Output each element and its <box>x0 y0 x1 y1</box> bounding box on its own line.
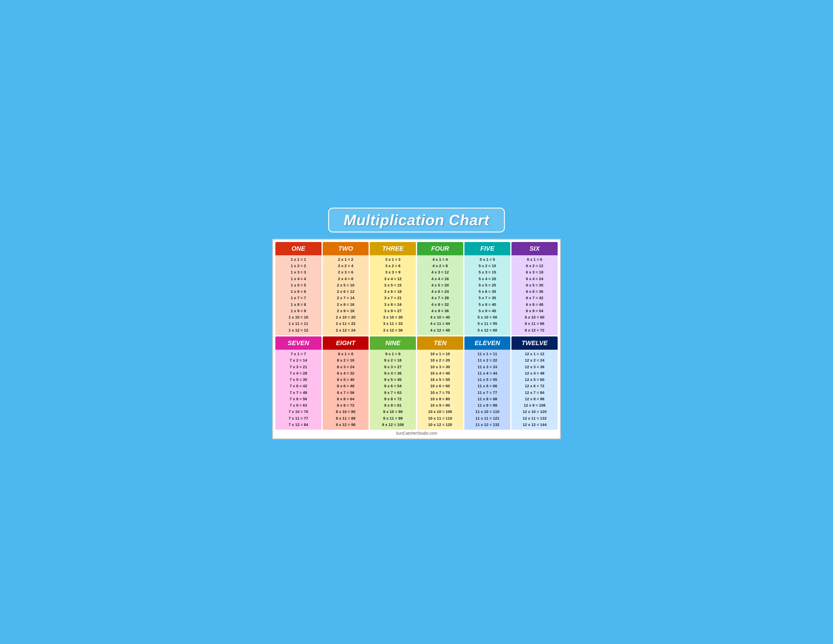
row-one-4: 1 x 4 = 4 <box>277 276 320 282</box>
page-wrapper: Multiplication Chart ONE1 x 1 = 11 x 2 =… <box>272 205 561 439</box>
row-ten-9: 10 x 9 = 90 <box>419 402 462 409</box>
row-six-11: 6 x 11 = 66 <box>513 320 556 327</box>
column-one: ONE1 x 1 = 11 x 2 = 21 x 3 = 31 x 4 = 41… <box>275 242 322 335</box>
body-four: 4 x 1 = 44 x 2 = 84 x 3 = 124 x 4 = 164 … <box>417 255 463 335</box>
row-eight-10: 8 x 10 = 80 <box>325 409 367 415</box>
row-one-9: 1 x 9 = 9 <box>277 308 320 314</box>
row-four-12: 4 x 12 = 48 <box>419 327 462 333</box>
row-eleven-2: 11 x 2 = 22 <box>466 357 509 364</box>
body-seven: 7 x 1 = 77 x 2 = 147 x 3 = 217 x 4 = 287… <box>275 350 322 430</box>
row-ten-3: 10 x 3 = 30 <box>419 364 462 370</box>
row-ten-1: 10 x 1 = 10 <box>419 351 462 357</box>
row-eight-4: 8 x 4 = 32 <box>325 370 367 377</box>
row-seven-10: 7 x 10 = 70 <box>277 409 320 415</box>
column-two: TWO2 x 1 = 22 x 2 = 42 x 3 = 62 x 4 = 82… <box>323 242 369 335</box>
column-eight: EIGHT8 x 1 = 88 x 2 = 168 x 3 = 248 x 4 … <box>323 336 369 430</box>
body-twelve: 12 x 1 = 1212 x 2 = 2412 x 3 = 3612 x 4 … <box>511 350 558 430</box>
header-twelve: TWELVE <box>511 336 558 350</box>
header-ten: TEN <box>417 336 463 350</box>
row-eleven-3: 11 x 3 = 33 <box>466 364 509 370</box>
row-nine-10: 9 x 10 = 90 <box>371 409 414 415</box>
row-five-1: 5 x 1 = 5 <box>466 256 509 263</box>
row-eight-8: 8 x 8 = 64 <box>325 396 367 402</box>
column-three: THREE3 x 1 = 33 x 2 = 63 x 3 = 93 x 4 = … <box>370 242 416 335</box>
row-twelve-12: 12 x 12 = 144 <box>513 422 556 428</box>
row-nine-1: 9 x 1 = 9 <box>371 351 414 357</box>
row-seven-1: 7 x 1 = 7 <box>277 351 320 357</box>
row-five-8: 5 x 8 = 40 <box>466 301 509 308</box>
header-eleven: ELEVEN <box>465 336 511 350</box>
row-eleven-4: 11 x 4 = 44 <box>466 370 509 377</box>
row-eleven-6: 11 x 6 = 66 <box>466 383 509 389</box>
body-three: 3 x 1 = 33 x 2 = 63 x 3 = 93 x 4 = 123 x… <box>370 255 416 335</box>
row-nine-3: 9 x 3 = 27 <box>371 364 414 370</box>
row-three-8: 3 x 8 = 24 <box>371 301 414 308</box>
row-nine-5: 9 x 5 = 45 <box>371 377 414 383</box>
page-title: Multiplication Chart <box>344 212 489 229</box>
row-eight-12: 8 x 12 = 96 <box>325 422 367 428</box>
row-eight-5: 8 x 5 = 40 <box>325 377 367 383</box>
row-five-3: 5 x 3 = 15 <box>466 269 509 275</box>
row-nine-9: 9 x 9 = 81 <box>371 402 414 409</box>
row-one-8: 1 x 8 = 8 <box>277 301 320 308</box>
body-two: 2 x 1 = 22 x 2 = 42 x 3 = 62 x 4 = 82 x … <box>323 255 369 335</box>
row-four-1: 4 x 1 = 4 <box>419 256 462 263</box>
row-six-1: 6 x 1 = 6 <box>513 256 556 263</box>
row-one-3: 1 x 3 = 3 <box>277 269 320 275</box>
row-six-7: 6 x 7 = 42 <box>513 295 556 301</box>
column-five: FIVE5 x 1 = 55 x 2 = 105 x 3 = 155 x 4 =… <box>465 242 511 335</box>
row-four-10: 4 x 10 = 40 <box>419 314 462 320</box>
row-one-7: 1 x 7 = 7 <box>277 295 320 301</box>
row-five-6: 5 x 6 = 30 <box>466 288 509 295</box>
row-eleven-8: 11 x 8 = 88 <box>466 396 509 402</box>
row-nine-8: 9 x 8 = 72 <box>371 396 414 402</box>
row-nine-7: 9 x 7 = 63 <box>371 390 414 396</box>
row-four-9: 4 x 9 = 36 <box>419 308 462 314</box>
row-three-2: 3 x 2 = 6 <box>371 263 414 269</box>
row-five-10: 5 x 10 = 50 <box>466 314 509 320</box>
row-four-5: 4 x 5 = 20 <box>419 282 462 288</box>
row-three-7: 3 x 7 = 21 <box>371 295 414 301</box>
row-ten-6: 10 x 6 = 60 <box>419 383 462 389</box>
row-three-5: 3 x 5 = 15 <box>371 282 414 288</box>
row-five-9: 5 x 9 = 45 <box>466 308 509 314</box>
row-six-4: 6 x 4 = 24 <box>513 276 556 282</box>
column-seven: SEVEN7 x 1 = 77 x 2 = 147 x 3 = 217 x 4 … <box>275 336 322 430</box>
row-four-3: 4 x 3 = 12 <box>419 269 462 275</box>
row-ten-10: 10 x 10 = 100 <box>419 409 462 415</box>
row-four-6: 4 x 6 = 24 <box>419 288 462 295</box>
row-twelve-8: 12 x 8 = 96 <box>513 396 556 402</box>
column-nine: NINE9 x 1 = 99 x 2 = 189 x 3 = 279 x 4 =… <box>370 336 416 430</box>
row-seven-9: 7 x 9 = 63 <box>277 402 320 409</box>
row-five-12: 5 x 12 = 60 <box>466 327 509 333</box>
row-two-12: 2 x 12 = 24 <box>325 327 367 333</box>
row-twelve-4: 12 x 4 = 48 <box>513 370 556 377</box>
row-nine-4: 9 x 4 = 36 <box>371 370 414 377</box>
row-two-7: 2 x 7 = 14 <box>325 295 367 301</box>
row-four-7: 4 x 7 = 28 <box>419 295 462 301</box>
row-four-4: 4 x 4 = 16 <box>419 276 462 282</box>
row-nine-2: 9 x 2 = 18 <box>371 357 414 364</box>
row-six-2: 6 x 2 = 12 <box>513 263 556 269</box>
row-three-12: 3 x 12 = 36 <box>371 327 414 333</box>
row-twelve-10: 12 x 10 = 120 <box>513 409 556 415</box>
body-five: 5 x 1 = 55 x 2 = 105 x 3 = 155 x 4 = 205… <box>465 255 511 335</box>
body-eleven: 11 x 1 = 1111 x 2 = 2211 x 3 = 3311 x 4 … <box>465 350 511 430</box>
row-twelve-2: 12 x 2 = 24 <box>513 357 556 364</box>
row-seven-12: 7 x 12 = 84 <box>277 422 320 428</box>
row-two-2: 2 x 2 = 4 <box>325 263 367 269</box>
row-three-4: 3 x 4 = 12 <box>371 276 414 282</box>
header-five: FIVE <box>465 242 511 255</box>
row-one-11: 1 x 11 = 11 <box>277 320 320 327</box>
row-nine-11: 9 x 11 = 99 <box>371 415 414 422</box>
row-eight-7: 8 x 7 = 56 <box>325 390 367 396</box>
row-four-2: 4 x 2 = 8 <box>419 263 462 269</box>
row-eight-6: 8 x 6 = 48 <box>325 383 367 389</box>
row-eleven-11: 11 x 11 = 121 <box>466 415 509 422</box>
row-five-4: 5 x 4 = 20 <box>466 276 509 282</box>
row-eight-11: 8 x 11 = 88 <box>325 415 367 422</box>
row-eleven-5: 11 x 5 = 55 <box>466 377 509 383</box>
title-container: Multiplication Chart <box>320 205 513 235</box>
row-three-6: 3 x 6 = 18 <box>371 288 414 295</box>
row-seven-4: 7 x 4 = 28 <box>277 370 320 377</box>
